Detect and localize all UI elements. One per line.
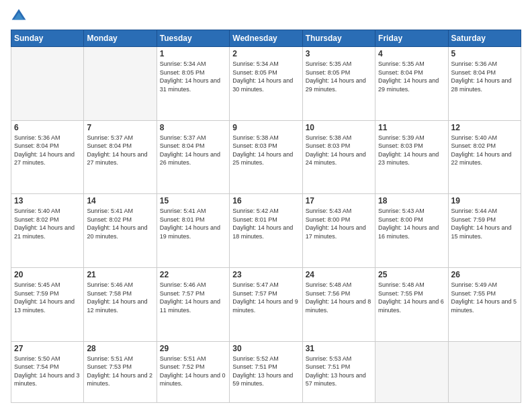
day-info: Sunrise: 5:44 AM Sunset: 7:59 PM Dayligh… [451, 207, 518, 240]
day-info: Sunrise: 5:39 AM Sunset: 8:03 PM Dayligh… [378, 134, 445, 167]
week-row-4: 20Sunrise: 5:45 AM Sunset: 7:59 PM Dayli… [11, 267, 521, 341]
day-info: Sunrise: 5:49 AM Sunset: 7:55 PM Dayligh… [451, 281, 518, 314]
day-info: Sunrise: 5:37 AM Sunset: 8:04 PM Dayligh… [87, 134, 153, 167]
calendar-cell [448, 341, 521, 402]
calendar-cell: 9Sunrise: 5:38 AM Sunset: 8:03 PM Daylig… [230, 120, 302, 194]
col-header-wednesday: Wednesday [230, 30, 302, 47]
day-number: 12 [451, 123, 518, 132]
day-number: 24 [306, 270, 372, 279]
logo-icon [11, 8, 27, 24]
col-header-friday: Friday [375, 30, 448, 47]
day-number: 5 [451, 49, 518, 58]
day-number: 11 [378, 123, 445, 132]
calendar-cell: 17Sunrise: 5:43 AM Sunset: 8:00 PM Dayli… [302, 194, 375, 268]
day-number: 7 [87, 123, 153, 132]
day-info: Sunrise: 5:36 AM Sunset: 8:04 PM Dayligh… [451, 60, 518, 93]
calendar-cell: 8Sunrise: 5:37 AM Sunset: 8:04 PM Daylig… [157, 120, 229, 194]
day-number: 23 [232, 270, 299, 279]
day-number: 22 [160, 270, 226, 279]
day-number: 3 [306, 49, 372, 58]
day-number: 27 [14, 344, 81, 353]
day-number: 18 [378, 196, 445, 205]
page: SundayMondayTuesdayWednesdayThursdayFrid… [0, 0, 532, 411]
calendar-cell: 7Sunrise: 5:37 AM Sunset: 8:04 PM Daylig… [84, 120, 157, 194]
day-info: Sunrise: 5:46 AM Sunset: 7:57 PM Dayligh… [160, 281, 226, 314]
day-number: 13 [14, 196, 81, 205]
calendar-cell: 16Sunrise: 5:42 AM Sunset: 8:01 PM Dayli… [230, 194, 302, 268]
day-info: Sunrise: 5:52 AM Sunset: 7:51 PM Dayligh… [232, 355, 299, 388]
day-info: Sunrise: 5:38 AM Sunset: 8:03 PM Dayligh… [232, 134, 299, 167]
col-header-thursday: Thursday [302, 30, 375, 47]
calendar-cell: 11Sunrise: 5:39 AM Sunset: 8:03 PM Dayli… [375, 120, 448, 194]
day-number: 19 [451, 196, 518, 205]
calendar-cell: 10Sunrise: 5:38 AM Sunset: 8:03 PM Dayli… [302, 120, 375, 194]
day-number: 8 [160, 123, 226, 132]
day-number: 17 [306, 196, 372, 205]
calendar-cell: 20Sunrise: 5:45 AM Sunset: 7:59 PM Dayli… [11, 267, 84, 341]
day-number: 26 [451, 270, 518, 279]
col-header-saturday: Saturday [448, 30, 521, 47]
day-info: Sunrise: 5:35 AM Sunset: 8:04 PM Dayligh… [378, 60, 445, 93]
day-info: Sunrise: 5:43 AM Sunset: 8:00 PM Dayligh… [306, 207, 372, 240]
week-row-1: 1Sunrise: 5:34 AM Sunset: 8:05 PM Daylig… [11, 47, 521, 121]
day-info: Sunrise: 5:51 AM Sunset: 7:53 PM Dayligh… [87, 355, 153, 388]
calendar-cell: 6Sunrise: 5:36 AM Sunset: 8:04 PM Daylig… [11, 120, 84, 194]
col-header-monday: Monday [84, 30, 157, 47]
day-info: Sunrise: 5:40 AM Sunset: 8:02 PM Dayligh… [451, 134, 518, 167]
calendar-table: SundayMondayTuesdayWednesdayThursdayFrid… [11, 30, 521, 403]
day-info: Sunrise: 5:36 AM Sunset: 8:04 PM Dayligh… [14, 134, 81, 167]
calendar-cell [11, 47, 84, 121]
calendar-cell: 27Sunrise: 5:50 AM Sunset: 7:54 PM Dayli… [11, 341, 84, 402]
calendar-cell: 15Sunrise: 5:41 AM Sunset: 8:01 PM Dayli… [157, 194, 229, 268]
day-number: 29 [160, 344, 226, 353]
calendar-cell: 29Sunrise: 5:51 AM Sunset: 7:52 PM Dayli… [157, 341, 229, 402]
day-info: Sunrise: 5:51 AM Sunset: 7:52 PM Dayligh… [160, 355, 226, 388]
calendar-cell: 18Sunrise: 5:43 AM Sunset: 8:00 PM Dayli… [375, 194, 448, 268]
day-info: Sunrise: 5:34 AM Sunset: 8:05 PM Dayligh… [232, 60, 299, 93]
day-number: 9 [232, 123, 299, 132]
day-info: Sunrise: 5:45 AM Sunset: 7:59 PM Dayligh… [14, 281, 81, 314]
day-info: Sunrise: 5:41 AM Sunset: 8:02 PM Dayligh… [87, 207, 153, 240]
day-number: 1 [160, 49, 226, 58]
day-info: Sunrise: 5:43 AM Sunset: 8:00 PM Dayligh… [378, 207, 445, 240]
logo [11, 8, 28, 24]
col-header-tuesday: Tuesday [157, 30, 229, 47]
day-info: Sunrise: 5:50 AM Sunset: 7:54 PM Dayligh… [14, 355, 81, 388]
calendar-cell: 31Sunrise: 5:53 AM Sunset: 7:51 PM Dayli… [302, 341, 375, 402]
calendar-cell: 28Sunrise: 5:51 AM Sunset: 7:53 PM Dayli… [84, 341, 157, 402]
calendar-cell: 30Sunrise: 5:52 AM Sunset: 7:51 PM Dayli… [230, 341, 302, 402]
calendar-cell: 12Sunrise: 5:40 AM Sunset: 8:02 PM Dayli… [448, 120, 521, 194]
calendar-cell [375, 341, 448, 402]
day-number: 16 [232, 196, 299, 205]
day-number: 10 [306, 123, 372, 132]
calendar-cell: 2Sunrise: 5:34 AM Sunset: 8:05 PM Daylig… [230, 47, 302, 121]
calendar-cell: 3Sunrise: 5:35 AM Sunset: 8:05 PM Daylig… [302, 47, 375, 121]
day-number: 4 [378, 49, 445, 58]
day-info: Sunrise: 5:48 AM Sunset: 7:56 PM Dayligh… [306, 281, 372, 314]
calendar-cell: 26Sunrise: 5:49 AM Sunset: 7:55 PM Dayli… [448, 267, 521, 341]
day-info: Sunrise: 5:41 AM Sunset: 8:01 PM Dayligh… [160, 207, 226, 240]
day-info: Sunrise: 5:48 AM Sunset: 7:55 PM Dayligh… [378, 281, 445, 314]
col-header-sunday: Sunday [11, 30, 84, 47]
day-info: Sunrise: 5:47 AM Sunset: 7:57 PM Dayligh… [232, 281, 299, 314]
calendar-cell: 14Sunrise: 5:41 AM Sunset: 8:02 PM Dayli… [84, 194, 157, 268]
week-row-2: 6Sunrise: 5:36 AM Sunset: 8:04 PM Daylig… [11, 120, 521, 194]
header-row: SundayMondayTuesdayWednesdayThursdayFrid… [11, 30, 521, 47]
calendar-cell: 13Sunrise: 5:40 AM Sunset: 8:02 PM Dayli… [11, 194, 84, 268]
week-row-3: 13Sunrise: 5:40 AM Sunset: 8:02 PM Dayli… [11, 194, 521, 268]
day-number: 20 [14, 270, 81, 279]
day-number: 31 [306, 344, 372, 353]
calendar-cell: 1Sunrise: 5:34 AM Sunset: 8:05 PM Daylig… [157, 47, 229, 121]
week-row-5: 27Sunrise: 5:50 AM Sunset: 7:54 PM Dayli… [11, 341, 521, 402]
calendar-cell: 21Sunrise: 5:46 AM Sunset: 7:58 PM Dayli… [84, 267, 157, 341]
day-info: Sunrise: 5:34 AM Sunset: 8:05 PM Dayligh… [160, 60, 226, 93]
day-number: 21 [87, 270, 153, 279]
calendar-cell: 25Sunrise: 5:48 AM Sunset: 7:55 PM Dayli… [375, 267, 448, 341]
day-number: 25 [378, 270, 445, 279]
day-info: Sunrise: 5:46 AM Sunset: 7:58 PM Dayligh… [87, 281, 153, 314]
calendar-cell: 4Sunrise: 5:35 AM Sunset: 8:04 PM Daylig… [375, 47, 448, 121]
calendar-cell: 24Sunrise: 5:48 AM Sunset: 7:56 PM Dayli… [302, 267, 375, 341]
calendar-cell: 23Sunrise: 5:47 AM Sunset: 7:57 PM Dayli… [230, 267, 302, 341]
day-number: 30 [232, 344, 299, 353]
header [11, 8, 521, 24]
